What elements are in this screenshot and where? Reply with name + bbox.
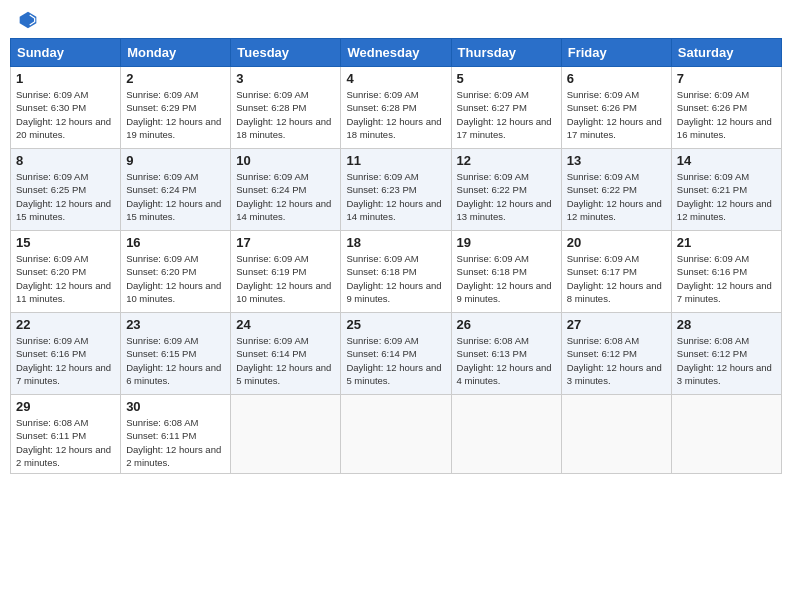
daylight-label: Daylight: 12 hours and 10 minutes. bbox=[126, 280, 221, 304]
sunrise-label: Sunrise: 6:09 AM bbox=[126, 253, 198, 264]
day-number: 12 bbox=[457, 153, 556, 168]
day-number: 26 bbox=[457, 317, 556, 332]
sunrise-label: Sunrise: 6:09 AM bbox=[346, 89, 418, 100]
day-number: 22 bbox=[16, 317, 115, 332]
sunset-label: Sunset: 6:19 PM bbox=[236, 266, 306, 277]
sunrise-label: Sunrise: 6:08 AM bbox=[567, 335, 639, 346]
day-info: Sunrise: 6:09 AM Sunset: 6:22 PM Dayligh… bbox=[567, 170, 666, 223]
sunset-label: Sunset: 6:26 PM bbox=[567, 102, 637, 113]
daylight-label: Daylight: 12 hours and 13 minutes. bbox=[457, 198, 552, 222]
calendar-header-cell: Thursday bbox=[451, 39, 561, 67]
sunset-label: Sunset: 6:13 PM bbox=[457, 348, 527, 359]
sunset-label: Sunset: 6:20 PM bbox=[126, 266, 196, 277]
calendar-day-cell: 25 Sunrise: 6:09 AM Sunset: 6:14 PM Dayl… bbox=[341, 313, 451, 395]
sunset-label: Sunset: 6:22 PM bbox=[567, 184, 637, 195]
calendar-header-cell: Tuesday bbox=[231, 39, 341, 67]
daylight-label: Daylight: 12 hours and 20 minutes. bbox=[16, 116, 111, 140]
logo-icon bbox=[18, 10, 38, 30]
sunset-label: Sunset: 6:18 PM bbox=[346, 266, 416, 277]
sunrise-label: Sunrise: 6:09 AM bbox=[126, 171, 198, 182]
day-number: 24 bbox=[236, 317, 335, 332]
calendar-table: SundayMondayTuesdayWednesdayThursdayFrid… bbox=[10, 38, 782, 474]
sunrise-label: Sunrise: 6:09 AM bbox=[236, 89, 308, 100]
daylight-label: Daylight: 12 hours and 18 minutes. bbox=[236, 116, 331, 140]
sunset-label: Sunset: 6:25 PM bbox=[16, 184, 86, 195]
calendar-week-row: 22 Sunrise: 6:09 AM Sunset: 6:16 PM Dayl… bbox=[11, 313, 782, 395]
day-number: 6 bbox=[567, 71, 666, 86]
day-number: 4 bbox=[346, 71, 445, 86]
sunrise-label: Sunrise: 6:09 AM bbox=[677, 89, 749, 100]
daylight-label: Daylight: 12 hours and 2 minutes. bbox=[126, 444, 221, 468]
page-header bbox=[10, 10, 782, 30]
day-info: Sunrise: 6:09 AM Sunset: 6:16 PM Dayligh… bbox=[677, 252, 776, 305]
daylight-label: Daylight: 12 hours and 14 minutes. bbox=[346, 198, 441, 222]
sunset-label: Sunset: 6:28 PM bbox=[346, 102, 416, 113]
day-number: 27 bbox=[567, 317, 666, 332]
calendar-day-cell: 3 Sunrise: 6:09 AM Sunset: 6:28 PM Dayli… bbox=[231, 67, 341, 149]
sunset-label: Sunset: 6:20 PM bbox=[16, 266, 86, 277]
day-info: Sunrise: 6:09 AM Sunset: 6:20 PM Dayligh… bbox=[16, 252, 115, 305]
calendar-header-cell: Saturday bbox=[671, 39, 781, 67]
daylight-label: Daylight: 12 hours and 16 minutes. bbox=[677, 116, 772, 140]
day-number: 14 bbox=[677, 153, 776, 168]
day-info: Sunrise: 6:08 AM Sunset: 6:11 PM Dayligh… bbox=[16, 416, 115, 469]
sunrise-label: Sunrise: 6:09 AM bbox=[677, 253, 749, 264]
calendar-header-cell: Sunday bbox=[11, 39, 121, 67]
day-info: Sunrise: 6:08 AM Sunset: 6:12 PM Dayligh… bbox=[677, 334, 776, 387]
calendar-day-cell: 11 Sunrise: 6:09 AM Sunset: 6:23 PM Dayl… bbox=[341, 149, 451, 231]
calendar-day-cell: 19 Sunrise: 6:09 AM Sunset: 6:18 PM Dayl… bbox=[451, 231, 561, 313]
daylight-label: Daylight: 12 hours and 12 minutes. bbox=[567, 198, 662, 222]
calendar-day-cell: 2 Sunrise: 6:09 AM Sunset: 6:29 PM Dayli… bbox=[121, 67, 231, 149]
sunset-label: Sunset: 6:15 PM bbox=[126, 348, 196, 359]
day-number: 8 bbox=[16, 153, 115, 168]
day-info: Sunrise: 6:09 AM Sunset: 6:23 PM Dayligh… bbox=[346, 170, 445, 223]
daylight-label: Daylight: 12 hours and 5 minutes. bbox=[346, 362, 441, 386]
daylight-label: Daylight: 12 hours and 15 minutes. bbox=[16, 198, 111, 222]
daylight-label: Daylight: 12 hours and 2 minutes. bbox=[16, 444, 111, 468]
day-number: 5 bbox=[457, 71, 556, 86]
sunrise-label: Sunrise: 6:09 AM bbox=[457, 253, 529, 264]
sunrise-label: Sunrise: 6:09 AM bbox=[346, 335, 418, 346]
day-number: 23 bbox=[126, 317, 225, 332]
sunrise-label: Sunrise: 6:09 AM bbox=[16, 253, 88, 264]
day-info: Sunrise: 6:08 AM Sunset: 6:13 PM Dayligh… bbox=[457, 334, 556, 387]
logo bbox=[14, 10, 40, 30]
sunset-label: Sunset: 6:11 PM bbox=[16, 430, 86, 441]
sunrise-label: Sunrise: 6:08 AM bbox=[677, 335, 749, 346]
calendar-header-cell: Wednesday bbox=[341, 39, 451, 67]
day-number: 1 bbox=[16, 71, 115, 86]
calendar-day-cell: 17 Sunrise: 6:09 AM Sunset: 6:19 PM Dayl… bbox=[231, 231, 341, 313]
sunrise-label: Sunrise: 6:09 AM bbox=[346, 171, 418, 182]
day-number: 20 bbox=[567, 235, 666, 250]
calendar-week-row: 8 Sunrise: 6:09 AM Sunset: 6:25 PM Dayli… bbox=[11, 149, 782, 231]
calendar-day-cell: 7 Sunrise: 6:09 AM Sunset: 6:26 PM Dayli… bbox=[671, 67, 781, 149]
day-info: Sunrise: 6:09 AM Sunset: 6:26 PM Dayligh… bbox=[677, 88, 776, 141]
calendar-week-row: 15 Sunrise: 6:09 AM Sunset: 6:20 PM Dayl… bbox=[11, 231, 782, 313]
day-number: 15 bbox=[16, 235, 115, 250]
daylight-label: Daylight: 12 hours and 9 minutes. bbox=[346, 280, 441, 304]
day-info: Sunrise: 6:09 AM Sunset: 6:15 PM Dayligh… bbox=[126, 334, 225, 387]
day-number: 2 bbox=[126, 71, 225, 86]
day-number: 18 bbox=[346, 235, 445, 250]
daylight-label: Daylight: 12 hours and 14 minutes. bbox=[236, 198, 331, 222]
calendar-day-cell bbox=[561, 395, 671, 474]
day-info: Sunrise: 6:09 AM Sunset: 6:24 PM Dayligh… bbox=[126, 170, 225, 223]
calendar-day-cell: 9 Sunrise: 6:09 AM Sunset: 6:24 PM Dayli… bbox=[121, 149, 231, 231]
sunset-label: Sunset: 6:22 PM bbox=[457, 184, 527, 195]
sunset-label: Sunset: 6:23 PM bbox=[346, 184, 416, 195]
sunset-label: Sunset: 6:18 PM bbox=[457, 266, 527, 277]
sunrise-label: Sunrise: 6:09 AM bbox=[677, 171, 749, 182]
calendar-day-cell: 4 Sunrise: 6:09 AM Sunset: 6:28 PM Dayli… bbox=[341, 67, 451, 149]
daylight-label: Daylight: 12 hours and 15 minutes. bbox=[126, 198, 221, 222]
calendar-header-cell: Monday bbox=[121, 39, 231, 67]
daylight-label: Daylight: 12 hours and 11 minutes. bbox=[16, 280, 111, 304]
day-info: Sunrise: 6:09 AM Sunset: 6:28 PM Dayligh… bbox=[236, 88, 335, 141]
daylight-label: Daylight: 12 hours and 10 minutes. bbox=[236, 280, 331, 304]
day-info: Sunrise: 6:09 AM Sunset: 6:18 PM Dayligh… bbox=[457, 252, 556, 305]
sunrise-label: Sunrise: 6:09 AM bbox=[236, 335, 308, 346]
day-info: Sunrise: 6:09 AM Sunset: 6:27 PM Dayligh… bbox=[457, 88, 556, 141]
day-info: Sunrise: 6:09 AM Sunset: 6:28 PM Dayligh… bbox=[346, 88, 445, 141]
calendar-day-cell: 22 Sunrise: 6:09 AM Sunset: 6:16 PM Dayl… bbox=[11, 313, 121, 395]
sunrise-label: Sunrise: 6:09 AM bbox=[567, 253, 639, 264]
day-info: Sunrise: 6:09 AM Sunset: 6:25 PM Dayligh… bbox=[16, 170, 115, 223]
